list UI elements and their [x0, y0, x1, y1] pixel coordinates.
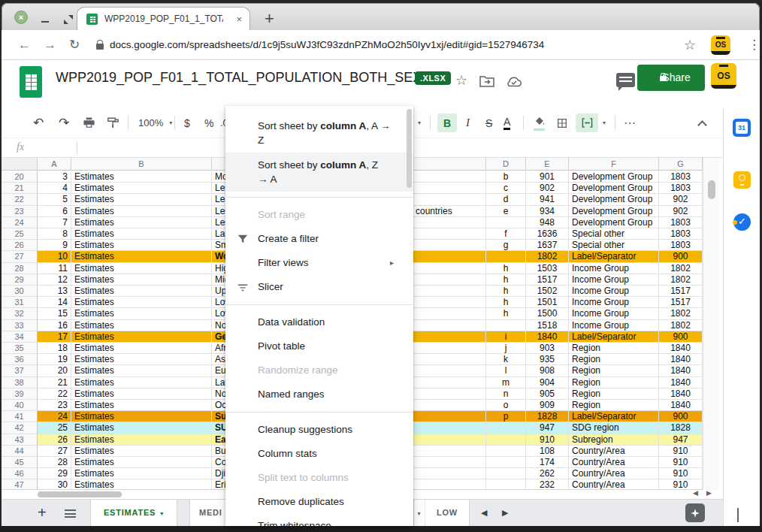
- grid-cell[interactable]: Region: [569, 377, 659, 388]
- grid-cell[interactable]: Income Group: [569, 308, 659, 319]
- grid-cell[interactable]: k: [486, 354, 526, 365]
- grid-cell[interactable]: 1802: [526, 251, 569, 262]
- grid-cell[interactable]: Region: [569, 388, 659, 400]
- row-header[interactable]: 24: [2, 217, 38, 228]
- text-color-button[interactable]: A: [503, 116, 510, 130]
- all-sheets-icon[interactable]: [65, 509, 76, 518]
- row-header[interactable]: 41: [2, 411, 38, 422]
- grid-cell[interactable]: 947: [526, 422, 569, 434]
- grid-cell[interactable]: 900: [659, 331, 703, 343]
- row-header[interactable]: 23: [2, 206, 38, 217]
- menu-item-cleanup-suggestions[interactable]: Cleanup suggestions: [225, 418, 413, 442]
- column-header-a[interactable]: A: [38, 158, 71, 171]
- row-header[interactable]: 32: [2, 308, 38, 319]
- grid-cell[interactable]: Region: [569, 354, 659, 365]
- grid-cell[interactable]: 12: [38, 274, 71, 286]
- grid-cell[interactable]: c: [486, 183, 526, 194]
- grid-cell[interactable]: Country/Area: [569, 479, 659, 490]
- grid-cell[interactable]: 1802: [659, 263, 703, 274]
- grid-cell[interactable]: Label/Separator: [569, 251, 659, 262]
- grid-cell[interactable]: o: [486, 400, 526, 411]
- grid-cell[interactable]: 4: [38, 183, 71, 194]
- menu-item-trim-whitespace[interactable]: Trim whitespace: [225, 514, 413, 526]
- menu-item-named-ranges[interactable]: Named ranges: [225, 382, 413, 407]
- row-header[interactable]: 35: [2, 343, 38, 354]
- merge-dropdown-icon[interactable]: ▾: [603, 108, 606, 138]
- grid-cell[interactable]: 1840: [659, 343, 703, 354]
- grid-cell[interactable]: 108: [526, 446, 569, 457]
- grid-cell[interactable]: SDG region: [569, 422, 659, 434]
- grid-cell[interactable]: 18: [38, 343, 71, 354]
- row-header[interactable]: 34: [2, 331, 38, 343]
- grid-cell[interactable]: 17: [38, 331, 71, 343]
- grid-cell[interactable]: 948: [526, 217, 569, 228]
- grid-cell[interactable]: h: [486, 308, 526, 319]
- grid-cell[interactable]: 1840: [659, 400, 703, 411]
- more-toolbar-icon[interactable]: ⋯: [624, 108, 636, 138]
- scroll-left-icon[interactable]: ◀: [693, 489, 698, 497]
- horizontal-scrollbar-thumb[interactable]: [38, 491, 122, 497]
- url-field[interactable]: docs.google.com/spreadsheets/d/1c9j5suWJ…: [110, 30, 544, 60]
- zoom-select[interactable]: 100% ▾: [138, 108, 172, 138]
- grid-cell[interactable]: Estimates: [71, 388, 212, 400]
- grid-cell[interactable]: d: [486, 194, 526, 205]
- grid-cell[interactable]: h: [486, 297, 526, 308]
- menu-item-sort-sheet-by-column-a-a-z[interactable]: Sort sheet by column A, A → Z: [225, 113, 413, 153]
- grid-cell[interactable]: Estimates: [71, 217, 212, 228]
- grid-cell[interactable]: 1501: [526, 297, 569, 308]
- comment-history-icon[interactable]: [616, 73, 635, 87]
- row-header[interactable]: 26: [2, 240, 38, 251]
- grid-cell[interactable]: [486, 457, 526, 468]
- sheet-tab-medium[interactable]: MEDI: [189, 500, 228, 526]
- grid-corner[interactable]: [2, 158, 38, 171]
- grid-cell[interactable]: Estimates: [71, 446, 212, 457]
- fill-color-button[interactable]: [534, 115, 545, 131]
- redo-icon[interactable]: ↷: [59, 108, 69, 138]
- grid-cell[interactable]: Development Group: [569, 171, 659, 183]
- grid-cell[interactable]: Region: [569, 400, 659, 411]
- grid-cell[interactable]: 900: [659, 251, 703, 262]
- grid-cell[interactable]: Estimates: [71, 297, 212, 308]
- grid-cell[interactable]: 1803: [659, 228, 703, 240]
- window-maximize-button[interactable]: [64, 15, 73, 24]
- grid-cell[interactable]: 5: [38, 194, 71, 205]
- row-header[interactable]: 37: [2, 365, 38, 376]
- grid-cell[interactable]: 901: [526, 171, 569, 183]
- grid-cell[interactable]: Estimates: [71, 400, 212, 411]
- grid-cell[interactable]: 1840: [659, 377, 703, 388]
- grid-cell[interactable]: [486, 468, 526, 479]
- format-percent-button[interactable]: %: [204, 108, 213, 138]
- grid-cell[interactable]: 1840: [526, 331, 569, 343]
- grid-cell[interactable]: 1518: [526, 320, 569, 331]
- grid-cell[interactable]: 9: [38, 240, 71, 251]
- grid-cell[interactable]: h: [486, 274, 526, 286]
- print-icon[interactable]: [83, 108, 95, 138]
- grid-cell[interactable]: 903: [526, 343, 569, 354]
- grid-cell[interactable]: 910: [659, 479, 703, 490]
- grid-cell[interactable]: 910: [659, 446, 703, 457]
- grid-cell[interactable]: j: [486, 343, 526, 354]
- grid-cell[interactable]: Estimates: [71, 171, 212, 183]
- grid-cell[interactable]: Income Group: [569, 320, 659, 331]
- grid-cell[interactable]: 947: [659, 434, 703, 446]
- row-header[interactable]: 25: [2, 228, 38, 240]
- column-header-f[interactable]: F: [569, 158, 659, 171]
- row-header[interactable]: 45: [2, 457, 38, 468]
- merge-cells-button[interactable]: [576, 113, 598, 132]
- column-header-d[interactable]: D: [486, 158, 526, 171]
- grid-cell[interactable]: Estimates: [71, 183, 212, 194]
- new-tab-button[interactable]: +: [265, 8, 274, 30]
- grid-cell[interactable]: Estimates: [71, 434, 212, 446]
- move-folder-icon[interactable]: [479, 75, 494, 87]
- grid-cell[interactable]: 8: [38, 228, 71, 240]
- menu-item-create-a-filter[interactable]: Create a filter: [225, 227, 413, 251]
- grid-cell[interactable]: h: [486, 263, 526, 274]
- menu-item-sort-sheet-by-column-a-z-a[interactable]: Sort sheet by column A, Z → A: [225, 153, 413, 192]
- grid-cell[interactable]: 1636: [526, 228, 569, 240]
- grid-cell[interactable]: 1840: [659, 365, 703, 376]
- grid-cell[interactable]: Estimates: [71, 206, 212, 217]
- grid-cell[interactable]: Estimates: [71, 343, 212, 354]
- menu-item-randomize-range[interactable]: Randomize range: [225, 358, 413, 382]
- vertical-scrollbar[interactable]: [703, 158, 719, 490]
- menu-scrollbar-thumb[interactable]: [407, 109, 412, 188]
